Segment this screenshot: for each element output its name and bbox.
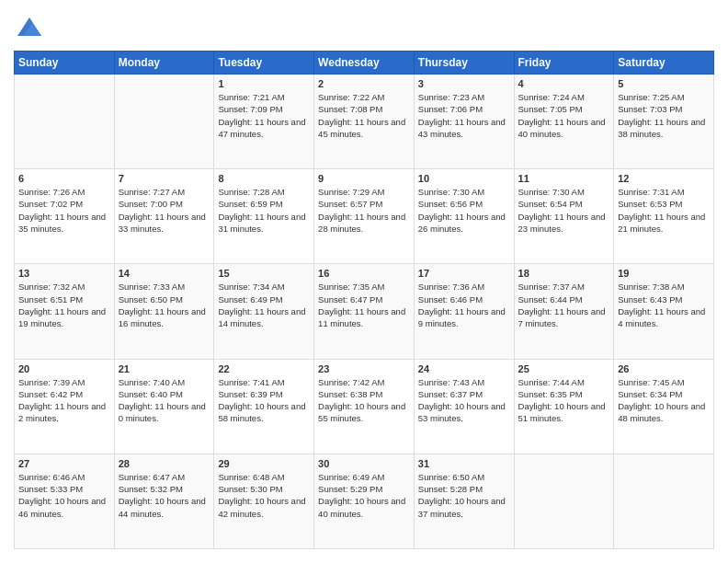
day-number: 5 bbox=[618, 78, 710, 89]
day-info: Sunrise: 7:31 AM Sunset: 6:53 PM Dayligh… bbox=[618, 186, 710, 235]
day-number: 26 bbox=[618, 363, 710, 374]
day-number: 3 bbox=[418, 78, 510, 89]
calendar-cell bbox=[514, 454, 614, 548]
calendar-week-row: 20Sunrise: 7:39 AM Sunset: 6:42 PM Dayli… bbox=[15, 359, 714, 454]
calendar-cell: 25Sunrise: 7:44 AM Sunset: 6:35 PM Dayli… bbox=[514, 359, 614, 454]
calendar-cell: 24Sunrise: 7:43 AM Sunset: 6:37 PM Dayli… bbox=[414, 359, 514, 454]
calendar-cell bbox=[114, 75, 214, 169]
calendar-cell: 27Sunrise: 6:46 AM Sunset: 5:33 PM Dayli… bbox=[15, 454, 115, 548]
calendar-cell: 5Sunrise: 7:25 AM Sunset: 7:03 PM Daylig… bbox=[614, 75, 714, 169]
day-number: 29 bbox=[218, 458, 310, 469]
day-number: 21 bbox=[119, 363, 210, 374]
calendar-cell: 19Sunrise: 7:38 AM Sunset: 6:43 PM Dayli… bbox=[614, 264, 714, 359]
day-number: 18 bbox=[518, 268, 610, 279]
day-number: 6 bbox=[18, 173, 110, 184]
day-info: Sunrise: 7:41 AM Sunset: 6:39 PM Dayligh… bbox=[218, 376, 310, 425]
calendar-cell: 6Sunrise: 7:26 AM Sunset: 7:02 PM Daylig… bbox=[15, 169, 115, 264]
day-info: Sunrise: 7:25 AM Sunset: 7:03 PM Dayligh… bbox=[618, 91, 710, 140]
day-number: 11 bbox=[518, 173, 610, 184]
calendar-cell: 26Sunrise: 7:45 AM Sunset: 6:34 PM Dayli… bbox=[614, 359, 714, 454]
day-info: Sunrise: 7:29 AM Sunset: 6:57 PM Dayligh… bbox=[318, 186, 410, 235]
header-friday: Friday bbox=[514, 52, 614, 75]
calendar-cell: 7Sunrise: 7:27 AM Sunset: 7:00 PM Daylig… bbox=[114, 169, 214, 264]
day-info: Sunrise: 7:40 AM Sunset: 6:40 PM Dayligh… bbox=[119, 376, 210, 425]
day-number: 2 bbox=[318, 78, 410, 89]
day-info: Sunrise: 6:48 AM Sunset: 5:30 PM Dayligh… bbox=[218, 471, 310, 520]
calendar-cell: 8Sunrise: 7:28 AM Sunset: 6:59 PM Daylig… bbox=[214, 169, 314, 264]
day-number: 23 bbox=[318, 363, 410, 374]
day-number: 1 bbox=[218, 78, 310, 89]
calendar-cell: 29Sunrise: 6:48 AM Sunset: 5:30 PM Dayli… bbox=[214, 454, 314, 548]
day-number: 4 bbox=[518, 78, 610, 89]
day-info: Sunrise: 7:42 AM Sunset: 6:38 PM Dayligh… bbox=[318, 376, 410, 425]
calendar-cell bbox=[15, 75, 115, 169]
day-info: Sunrise: 7:37 AM Sunset: 6:44 PM Dayligh… bbox=[518, 281, 610, 329]
day-number: 13 bbox=[18, 268, 110, 279]
day-number: 17 bbox=[418, 268, 510, 279]
day-number: 7 bbox=[119, 173, 210, 184]
day-number: 14 bbox=[119, 268, 210, 279]
day-info: Sunrise: 6:47 AM Sunset: 5:32 PM Dayligh… bbox=[119, 471, 210, 520]
calendar-cell: 9Sunrise: 7:29 AM Sunset: 6:57 PM Daylig… bbox=[314, 169, 415, 264]
day-number: 9 bbox=[318, 173, 410, 184]
logo-icon bbox=[16, 14, 43, 41]
header-monday: Monday bbox=[114, 52, 214, 75]
day-number: 10 bbox=[418, 173, 510, 184]
calendar-cell: 13Sunrise: 7:32 AM Sunset: 6:51 PM Dayli… bbox=[15, 264, 115, 359]
day-info: Sunrise: 7:39 AM Sunset: 6:42 PM Dayligh… bbox=[18, 376, 110, 425]
header-tuesday: Tuesday bbox=[214, 52, 314, 75]
calendar-cell: 18Sunrise: 7:37 AM Sunset: 6:44 PM Dayli… bbox=[514, 264, 614, 359]
calendar-cell: 28Sunrise: 6:47 AM Sunset: 5:32 PM Dayli… bbox=[114, 454, 214, 548]
day-number: 31 bbox=[418, 458, 510, 469]
calendar-cell: 14Sunrise: 7:33 AM Sunset: 6:50 PM Dayli… bbox=[114, 264, 214, 359]
calendar-cell: 20Sunrise: 7:39 AM Sunset: 6:42 PM Dayli… bbox=[15, 359, 115, 454]
day-number: 24 bbox=[418, 363, 510, 374]
header bbox=[14, 14, 714, 41]
calendar-week-row: 27Sunrise: 6:46 AM Sunset: 5:33 PM Dayli… bbox=[15, 454, 714, 548]
day-info: Sunrise: 7:32 AM Sunset: 6:51 PM Dayligh… bbox=[18, 281, 110, 329]
day-number: 19 bbox=[618, 268, 710, 279]
day-number: 20 bbox=[18, 363, 110, 374]
day-number: 15 bbox=[218, 268, 310, 279]
calendar-cell: 17Sunrise: 7:36 AM Sunset: 6:46 PM Dayli… bbox=[414, 264, 514, 359]
day-info: Sunrise: 7:44 AM Sunset: 6:35 PM Dayligh… bbox=[518, 376, 610, 425]
header-saturday: Saturday bbox=[614, 52, 714, 75]
day-info: Sunrise: 7:23 AM Sunset: 7:06 PM Dayligh… bbox=[418, 91, 510, 140]
day-number: 25 bbox=[518, 363, 610, 374]
day-info: Sunrise: 7:27 AM Sunset: 7:00 PM Dayligh… bbox=[119, 186, 210, 235]
header-wednesday: Wednesday bbox=[314, 52, 415, 75]
day-info: Sunrise: 7:36 AM Sunset: 6:46 PM Dayligh… bbox=[418, 281, 510, 329]
calendar-cell: 22Sunrise: 7:41 AM Sunset: 6:39 PM Dayli… bbox=[214, 359, 314, 454]
calendar-cell: 2Sunrise: 7:22 AM Sunset: 7:08 PM Daylig… bbox=[314, 75, 415, 169]
calendar-cell: 10Sunrise: 7:30 AM Sunset: 6:56 PM Dayli… bbox=[414, 169, 514, 264]
day-number: 27 bbox=[18, 458, 110, 469]
day-info: Sunrise: 7:38 AM Sunset: 6:43 PM Dayligh… bbox=[618, 281, 710, 329]
header-sunday: Sunday bbox=[15, 52, 115, 75]
calendar-cell: 21Sunrise: 7:40 AM Sunset: 6:40 PM Dayli… bbox=[114, 359, 214, 454]
day-info: Sunrise: 7:33 AM Sunset: 6:50 PM Dayligh… bbox=[119, 281, 210, 329]
calendar-cell bbox=[614, 454, 714, 548]
calendar-cell: 16Sunrise: 7:35 AM Sunset: 6:47 PM Dayli… bbox=[314, 264, 415, 359]
day-info: Sunrise: 6:46 AM Sunset: 5:33 PM Dayligh… bbox=[18, 471, 110, 520]
calendar-week-row: 13Sunrise: 7:32 AM Sunset: 6:51 PM Dayli… bbox=[15, 264, 714, 359]
calendar-week-row: 1Sunrise: 7:21 AM Sunset: 7:09 PM Daylig… bbox=[15, 75, 714, 169]
day-info: Sunrise: 7:22 AM Sunset: 7:08 PM Dayligh… bbox=[318, 91, 410, 140]
calendar-week-row: 6Sunrise: 7:26 AM Sunset: 7:02 PM Daylig… bbox=[15, 169, 714, 264]
day-number: 8 bbox=[218, 173, 310, 184]
calendar-cell: 1Sunrise: 7:21 AM Sunset: 7:09 PM Daylig… bbox=[214, 75, 314, 169]
calendar-cell: 31Sunrise: 6:50 AM Sunset: 5:28 PM Dayli… bbox=[414, 454, 514, 548]
day-info: Sunrise: 7:34 AM Sunset: 6:49 PM Dayligh… bbox=[218, 281, 310, 329]
calendar-cell: 12Sunrise: 7:31 AM Sunset: 6:53 PM Dayli… bbox=[614, 169, 714, 264]
day-info: Sunrise: 7:45 AM Sunset: 6:34 PM Dayligh… bbox=[618, 376, 710, 425]
day-number: 12 bbox=[618, 173, 710, 184]
logo bbox=[14, 14, 43, 41]
day-number: 30 bbox=[318, 458, 410, 469]
day-info: Sunrise: 7:43 AM Sunset: 6:37 PM Dayligh… bbox=[418, 376, 510, 425]
calendar-table: Sunday Monday Tuesday Wednesday Thursday… bbox=[14, 51, 714, 549]
day-info: Sunrise: 7:35 AM Sunset: 6:47 PM Dayligh… bbox=[318, 281, 410, 329]
calendar-cell: 23Sunrise: 7:42 AM Sunset: 6:38 PM Dayli… bbox=[314, 359, 415, 454]
day-number: 28 bbox=[119, 458, 210, 469]
calendar-cell: 3Sunrise: 7:23 AM Sunset: 7:06 PM Daylig… bbox=[414, 75, 514, 169]
weekday-header-row: Sunday Monday Tuesday Wednesday Thursday… bbox=[15, 52, 714, 75]
day-info: Sunrise: 6:50 AM Sunset: 5:28 PM Dayligh… bbox=[418, 471, 510, 520]
